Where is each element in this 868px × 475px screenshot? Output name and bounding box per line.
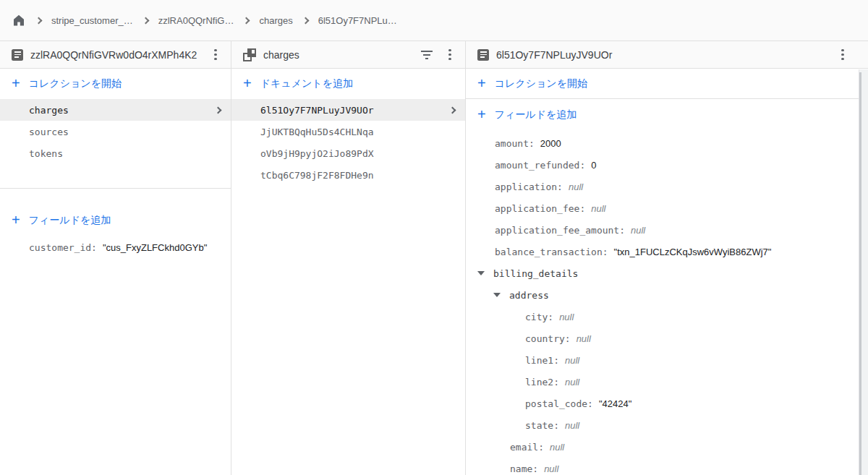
chevron-right-icon	[302, 17, 309, 25]
plus-icon: +	[12, 213, 20, 227]
field-row-balance-transaction[interactable]: balance_transaction "txn_1FUCLzCKqJsw6vW…	[466, 241, 868, 262]
start-collection-button[interactable]: + コレクションを開始	[0, 69, 231, 99]
document-row[interactable]: JjUKTBQqHu5Ds4CHLNqa	[231, 121, 465, 142]
document-icon	[12, 49, 23, 61]
breadcrumb-item-collection[interactable]: charges	[259, 15, 292, 26]
collection-panel-charges: charges + ドキュメントを追加 6l51Oy7F7NPLuyJV9UOr…	[231, 41, 466, 475]
chevron-right-icon	[243, 17, 250, 25]
plus-icon: +	[243, 76, 252, 90]
plus-icon: +	[477, 107, 486, 121]
more-options-icon[interactable]	[209, 48, 222, 61]
panel-title: charges	[263, 49, 413, 61]
document-row[interactable]: tCbq6C798jF2F8FDHe9n	[231, 164, 465, 186]
field-row-city[interactable]: city null	[466, 306, 868, 328]
document-row[interactable]: oVb9jH9pyjO2iJo89PdX	[231, 142, 465, 164]
collection-row-charges[interactable]: charges	[0, 99, 231, 121]
scrollbar[interactable]	[859, 69, 868, 475]
field-row-country[interactable]: country null	[466, 328, 868, 349]
plus-icon: +	[477, 76, 486, 90]
collection-icon	[243, 48, 256, 61]
field-row-amount[interactable]: amount 2000	[466, 132, 868, 154]
panel-title: 6l51Oy7F7NPLuyJV9UOr	[496, 49, 829, 61]
add-document-button[interactable]: + ドキュメントを追加	[231, 69, 465, 99]
filter-icon[interactable]	[420, 50, 433, 60]
field-row-line2[interactable]: line2 null	[466, 371, 868, 393]
document-panel-charge: 6l51Oy7F7NPLuyJV9UOr + コレクションを開始 + フィールド…	[466, 41, 868, 475]
field-row-state[interactable]: state null	[466, 414, 868, 436]
chevron-right-icon	[449, 106, 456, 114]
document-panel-parent: zzlRA0QQrNfiGVRw0dO4rXMPh4K2 + コレクションを開始…	[0, 41, 231, 475]
collection-row-sources[interactable]: sources	[0, 121, 231, 142]
field-row-line1[interactable]: line1 null	[466, 349, 868, 371]
field-row-billing-details[interactable]: billing_details	[466, 262, 868, 284]
field-row-address[interactable]: address	[466, 284, 868, 306]
start-collection-button[interactable]: + コレクションを開始	[466, 69, 868, 99]
field-row-postal-code[interactable]: postal_code "42424"	[466, 393, 868, 414]
field-row-amount-refunded[interactable]: amount_refunded 0	[466, 154, 868, 176]
chevron-right-icon	[142, 17, 149, 25]
breadcrumb-item-document[interactable]: zzlRA0QQrNfiG…	[158, 15, 234, 26]
scrollbar-thumb[interactable]	[859, 72, 861, 475]
home-icon[interactable]	[12, 13, 26, 27]
more-options-icon[interactable]	[443, 48, 456, 61]
more-options-icon[interactable]	[836, 48, 849, 61]
panel-title: zzlRA0QQrNfiGVRw0dO4rXMPh4K2	[30, 49, 202, 61]
panel-header: charges	[231, 41, 465, 69]
field-row-application-fee-amount[interactable]: application_fee_amount null	[466, 219, 868, 241]
document-row[interactable]: 6l51Oy7F7NPLuyJV9UOr	[231, 99, 465, 121]
field-row-name[interactable]: name null	[466, 458, 868, 475]
firestore-data-browser: stripe_customer_… zzlRA0QQrNfiG… charges…	[0, 0, 868, 475]
collection-row-tokens[interactable]: tokens	[0, 142, 231, 164]
add-field-button[interactable]: + フィールドを追加	[466, 99, 868, 131]
panel-header: 6l51Oy7F7NPLuyJV9UOr	[466, 41, 868, 69]
chevron-right-icon	[35, 17, 43, 25]
panel-header: zzlRA0QQrNfiGVRw0dO4rXMPh4K2	[0, 41, 231, 69]
breadcrumb: stripe_customer_… zzlRA0QQrNfiG… charges…	[0, 0, 868, 41]
document-icon	[477, 49, 489, 61]
collapse-caret-icon[interactable]	[477, 271, 485, 275]
breadcrumb-item-current[interactable]: 6l51Oy7F7NPLu…	[318, 15, 397, 26]
collapse-caret-icon[interactable]	[493, 293, 501, 297]
field-row-customer-id[interactable]: customer_id "cus_FxyZLFCkhd0GYb"	[0, 236, 231, 258]
breadcrumb-item-database[interactable]: stripe_customer_…	[51, 15, 133, 26]
add-field-button[interactable]: + フィールドを追加	[0, 206, 231, 235]
field-row-email[interactable]: email null	[466, 436, 868, 458]
panel-container: zzlRA0QQrNfiGVRw0dO4rXMPh4K2 + コレクションを開始…	[0, 41, 868, 475]
field-row-application-fee[interactable]: application_fee null	[466, 197, 868, 219]
field-row-application[interactable]: application null	[466, 176, 868, 197]
field-tree: amount 2000 amount_refunded 0 applicatio…	[466, 131, 868, 475]
plus-icon: +	[12, 76, 20, 90]
chevron-right-icon	[215, 106, 222, 114]
